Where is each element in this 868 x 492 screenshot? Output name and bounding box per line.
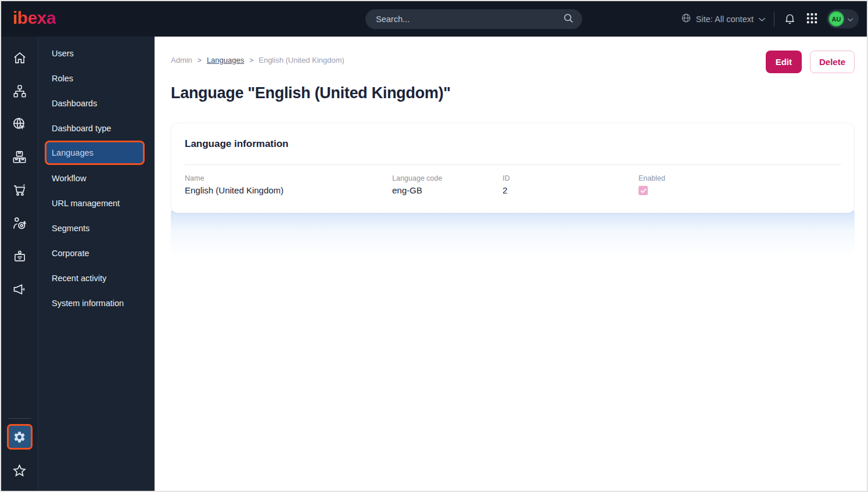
field-label: ID bbox=[503, 174, 639, 182]
home-icon bbox=[12, 51, 27, 66]
content-tree-icon bbox=[12, 84, 27, 99]
edit-button[interactable]: Edit bbox=[766, 51, 802, 73]
sidebar-item-system-information[interactable]: System information bbox=[38, 290, 155, 315]
megaphone-icon bbox=[12, 282, 27, 297]
rail-personalization-button[interactable] bbox=[1, 207, 38, 240]
sidebar-item-recent-activity[interactable]: Recent activity bbox=[38, 265, 155, 290]
card-heading: Language information bbox=[185, 138, 841, 150]
audience-target-icon bbox=[12, 216, 27, 231]
topbar: ibexa Site: All context bbox=[1, 1, 867, 37]
star-icon bbox=[12, 463, 27, 479]
id-badge-icon bbox=[12, 249, 27, 264]
chevron-down-icon bbox=[847, 14, 853, 24]
breadcrumb-separator: > bbox=[249, 56, 253, 64]
rail-marketing-button[interactable] bbox=[1, 273, 38, 306]
field-label: Name bbox=[185, 174, 392, 182]
language-information-card: Language information Name English (Unite… bbox=[171, 123, 855, 213]
sidebar-item-dashboards[interactable]: Dashboards bbox=[38, 91, 155, 116]
language-fields: Name English (United Kingdom) Language c… bbox=[185, 174, 841, 195]
avatar: AU bbox=[828, 11, 844, 27]
site-context-selector[interactable]: Site: All context bbox=[681, 13, 766, 25]
field-enabled: Enabled bbox=[639, 174, 841, 195]
field-value: English (United Kingdom) bbox=[185, 185, 392, 195]
notifications-button[interactable] bbox=[783, 11, 797, 27]
delete-button[interactable]: Delete bbox=[810, 51, 855, 73]
rail-commerce-button[interactable] bbox=[1, 174, 38, 207]
gear-icon bbox=[13, 430, 26, 444]
rail-products-button[interactable] bbox=[1, 141, 38, 174]
rail-corporate-button[interactable] bbox=[1, 240, 38, 273]
cart-icon bbox=[12, 182, 27, 198]
rail-bottom bbox=[1, 418, 38, 484]
sidebar-item-dashboard-type[interactable]: Dashboard type bbox=[38, 116, 155, 141]
sidebar-item-segments[interactable]: Segments bbox=[38, 216, 155, 240]
site-globe-icon bbox=[12, 116, 27, 132]
chevron-down-icon bbox=[758, 15, 766, 24]
ibexa-admin-screen: ibexa Site: All context bbox=[0, 0, 868, 492]
products-boxes-icon bbox=[12, 149, 27, 165]
breadcrumb-languages-link[interactable]: Languages bbox=[207, 56, 244, 64]
page-title: Language "English (United Kingdom)" bbox=[171, 84, 855, 102]
apps-menu-button[interactable] bbox=[805, 12, 819, 27]
breadcrumb-current: English (United Kingdom) bbox=[259, 56, 344, 64]
sidebar-item-users[interactable]: Users bbox=[38, 41, 155, 66]
topbar-right-cluster: Site: All context bbox=[681, 1, 859, 37]
globe-icon bbox=[681, 13, 691, 25]
breadcrumb: Admin > Languages > English (United King… bbox=[171, 51, 345, 64]
sidebar-item-languages[interactable]: Languages bbox=[45, 141, 145, 165]
field-value: eng-GB bbox=[392, 185, 503, 195]
enabled-checkbox bbox=[639, 186, 648, 195]
sidebar-item-url-management[interactable]: URL management bbox=[38, 191, 155, 216]
settings-sidebar: Users Roles Dashboards Dashboard type La… bbox=[38, 37, 155, 491]
rail-divider bbox=[8, 418, 31, 419]
field-name: Name English (United Kingdom) bbox=[185, 174, 392, 195]
field-label: Enabled bbox=[639, 174, 841, 182]
search-icon bbox=[563, 13, 574, 26]
rail-settings-button[interactable] bbox=[7, 424, 33, 450]
main-content: Admin > Languages > English (United King… bbox=[155, 37, 867, 491]
user-menu[interactable]: AU bbox=[827, 9, 859, 28]
apps-grid-icon bbox=[806, 13, 817, 26]
icon-rail bbox=[1, 37, 38, 491]
card-glow bbox=[171, 211, 855, 262]
breadcrumb-separator: > bbox=[198, 56, 202, 64]
field-label: Language code bbox=[392, 174, 503, 182]
sidebar-item-workflow[interactable]: Workflow bbox=[38, 166, 155, 191]
site-context-label: Site: All context bbox=[696, 15, 754, 24]
topbar-divider bbox=[774, 12, 774, 27]
field-value: 2 bbox=[503, 185, 639, 195]
main-header: Admin > Languages > English (United King… bbox=[171, 37, 855, 73]
field-language-code: Language code eng-GB bbox=[392, 174, 503, 195]
search-bar[interactable] bbox=[365, 9, 582, 29]
search-input[interactable] bbox=[376, 15, 563, 24]
ibexa-logo[interactable]: ibexa bbox=[13, 8, 56, 28]
card-divider bbox=[185, 164, 841, 165]
rail-bookmarks-button[interactable] bbox=[1, 457, 38, 484]
check-icon bbox=[640, 185, 647, 196]
rail-home-button[interactable] bbox=[1, 41, 38, 74]
action-buttons: Edit Delete bbox=[766, 51, 855, 73]
sidebar-item-roles[interactable]: Roles bbox=[38, 66, 155, 91]
bell-icon bbox=[784, 12, 796, 26]
breadcrumb-admin: Admin bbox=[171, 56, 192, 64]
rail-site-button[interactable] bbox=[1, 107, 38, 141]
sidebar-item-corporate[interactable]: Corporate bbox=[38, 240, 155, 265]
rail-content-tree-button[interactable] bbox=[1, 74, 38, 107]
field-id: ID 2 bbox=[503, 174, 639, 195]
